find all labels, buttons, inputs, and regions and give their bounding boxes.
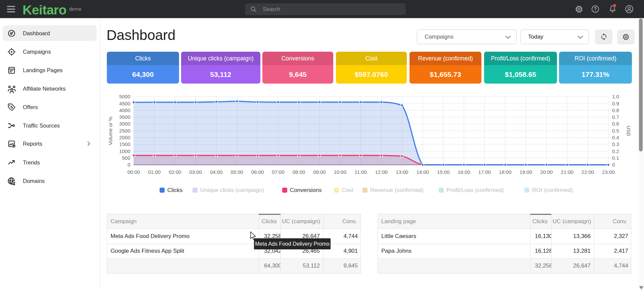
svg-text:1.0: 1.0 xyxy=(612,94,619,99)
svg-text:12:00: 12:00 xyxy=(375,169,388,175)
svg-text:0.5: 0.5 xyxy=(612,128,619,134)
svg-text:Volume or %: Volume or % xyxy=(108,116,113,145)
svg-text:1500: 1500 xyxy=(119,141,130,147)
svg-text:01:00: 01:00 xyxy=(148,169,161,175)
svg-text:19:00: 19:00 xyxy=(520,169,532,175)
svg-text:11:00: 11:00 xyxy=(355,169,367,175)
svg-text:15:00: 15:00 xyxy=(437,169,450,175)
svg-text:0.6: 0.6 xyxy=(612,121,619,127)
svg-text:18:00: 18:00 xyxy=(499,169,512,175)
svg-text:0.7: 0.7 xyxy=(612,114,619,120)
svg-text:22:00: 22:00 xyxy=(582,169,594,175)
svg-text:5000: 5000 xyxy=(119,94,130,99)
svg-text:10:00: 10:00 xyxy=(334,169,347,175)
svg-text:500: 500 xyxy=(122,155,130,161)
svg-text:4500: 4500 xyxy=(119,101,130,106)
svg-text:00:00: 00:00 xyxy=(127,169,140,175)
svg-text:2500: 2500 xyxy=(119,128,130,134)
svg-text:4000: 4000 xyxy=(119,107,130,113)
svg-text:0.1: 0.1 xyxy=(612,155,619,161)
svg-text:02:00: 02:00 xyxy=(169,169,181,175)
svg-text:13:00: 13:00 xyxy=(396,169,409,175)
svg-text:1000: 1000 xyxy=(119,148,130,154)
svg-text:0.2: 0.2 xyxy=(612,148,619,154)
svg-text:23:00: 23:00 xyxy=(602,169,615,175)
svg-text:09:00: 09:00 xyxy=(313,169,326,175)
svg-text:0.8: 0.8 xyxy=(612,107,619,113)
svg-text:14:00: 14:00 xyxy=(416,169,429,175)
svg-text:0: 0 xyxy=(128,162,130,167)
svg-text:0: 0 xyxy=(612,162,615,167)
svg-text:16:00: 16:00 xyxy=(458,169,470,175)
svg-text:0.9: 0.9 xyxy=(612,101,619,106)
svg-text:08:00: 08:00 xyxy=(293,169,305,175)
svg-text:04:00: 04:00 xyxy=(210,169,223,175)
svg-text:07:00: 07:00 xyxy=(272,169,285,175)
svg-text:3500: 3500 xyxy=(119,114,130,120)
svg-text:20:00: 20:00 xyxy=(540,169,553,175)
svg-text:05:00: 05:00 xyxy=(230,169,243,175)
svg-text:06:00: 06:00 xyxy=(251,169,264,175)
svg-text:21:00: 21:00 xyxy=(561,169,573,175)
svg-text:2000: 2000 xyxy=(119,135,130,140)
svg-text:USD: USD xyxy=(626,126,632,136)
svg-text:17:00: 17:00 xyxy=(478,169,491,175)
svg-text:03:00: 03:00 xyxy=(189,169,202,175)
svg-text:0.4: 0.4 xyxy=(612,135,619,140)
svg-text:0.3: 0.3 xyxy=(612,141,619,147)
svg-text:3000: 3000 xyxy=(119,121,130,127)
